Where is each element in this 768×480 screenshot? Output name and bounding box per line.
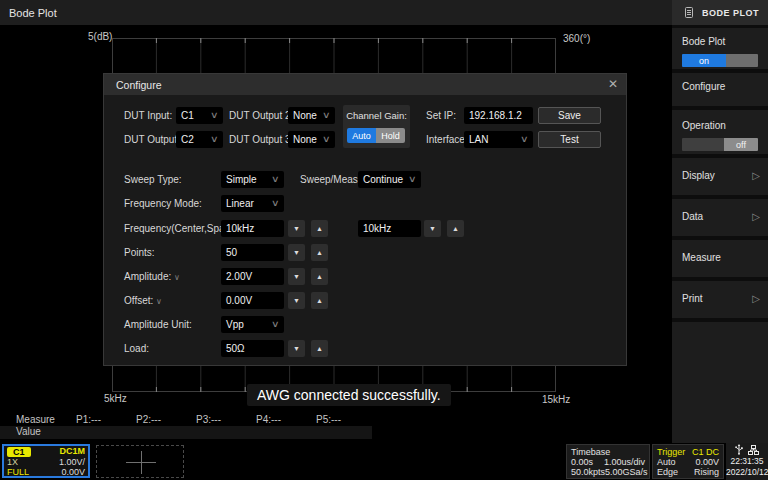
interface-dropdown[interactable]: LAN ∨ xyxy=(464,131,533,148)
channel-1-status-box[interactable]: C1DC1M 1X1.00V/ FULL0.00V xyxy=(2,444,90,478)
timebase-status-box[interactable]: Timebase 0.00s1.00us/div 50.0kpts5.00GSa… xyxy=(566,444,650,479)
measure-p4[interactable]: P4:--- xyxy=(256,414,281,425)
value-row-label: Value xyxy=(16,426,41,437)
frequency-mode-label: Frequency Mode: xyxy=(124,195,202,212)
sweep-type-dropdown[interactable]: Simple ∨ xyxy=(221,171,284,188)
toast-message: AWG connected successfully. xyxy=(247,384,451,406)
measure-item-label: Measure xyxy=(682,252,768,263)
offset-label-text: Offset: xyxy=(124,295,153,306)
trigger-slope: Rising xyxy=(694,467,719,477)
save-button[interactable]: Save xyxy=(538,107,601,124)
frequency-span-decrement-button[interactable]: ▼ xyxy=(424,220,441,237)
dut-output2-value: None xyxy=(293,110,317,121)
toggle-on-segment xyxy=(682,138,724,151)
menu-clipboard-icon xyxy=(684,6,694,19)
measure-p5[interactable]: P5:--- xyxy=(316,414,341,425)
add-channel-placeholder[interactable] xyxy=(96,445,184,478)
dialog-title: Configure xyxy=(116,79,162,91)
load-input[interactable]: 50Ω xyxy=(221,340,284,357)
offset-increment-button[interactable]: ▲ xyxy=(311,292,328,309)
arrow-down-icon: ▼ xyxy=(293,225,300,232)
load-decrement-button[interactable]: ▼ xyxy=(288,340,305,357)
chevron-down-icon: ∨ xyxy=(322,135,331,144)
arrow-down-icon: ▼ xyxy=(293,345,300,352)
timebase-label: Timebase xyxy=(571,447,610,457)
amplitude-decrement-button[interactable]: ▼ xyxy=(288,268,305,285)
y-axis-phase-label: 360(°) xyxy=(563,33,590,44)
frequency-mode-dropdown[interactable]: Linear ∨ xyxy=(221,195,284,212)
measure-row-label: Measure xyxy=(16,414,55,425)
offset-input[interactable]: 0.00V xyxy=(221,292,284,309)
amplitude-increment-button[interactable]: ▲ xyxy=(311,268,328,285)
bode-plot-toggle-label: Bode Plot xyxy=(682,36,768,47)
frequency-center-increment-button[interactable]: ▲ xyxy=(311,220,328,237)
dut-output1-value: C2 xyxy=(181,134,194,145)
points-decrement-button[interactable]: ▼ xyxy=(288,244,305,261)
amplitude-unit-value: Vpp xyxy=(226,319,244,330)
measure-p2[interactable]: P2:--- xyxy=(136,414,161,425)
value-row-background xyxy=(0,426,372,439)
offset-label[interactable]: Offset: ∨ xyxy=(124,292,162,309)
dialog-title-bar[interactable]: Configure ✕ xyxy=(104,74,626,95)
arrow-up-icon: ▲ xyxy=(316,249,323,256)
submenu-arrow-icon: ▷ xyxy=(752,293,760,304)
sidebar-item-measure[interactable]: Measure xyxy=(672,240,768,281)
usb-icon xyxy=(735,444,743,455)
toggle-off-segment xyxy=(726,54,758,67)
gain-auto-button[interactable]: Auto xyxy=(347,128,376,143)
sidebar-item-print[interactable]: Print ▷ xyxy=(672,281,768,322)
dut-output2-dropdown[interactable]: None ∨ xyxy=(288,107,335,124)
close-icon[interactable]: ✕ xyxy=(608,77,618,91)
timebase-delay: 0.00s xyxy=(571,457,593,467)
amplitude-label[interactable]: Amplitude: ∨ xyxy=(124,268,180,285)
dut-output3-dropdown[interactable]: None ∨ xyxy=(288,131,335,148)
operation-toggle-label: Operation xyxy=(682,120,768,131)
x-axis-end-label: 15kHz xyxy=(542,394,570,405)
channel-offset: 0.00V xyxy=(61,468,85,478)
dut-output3-label: DUT Output 3: xyxy=(229,131,293,148)
operation-off-toggle[interactable]: off xyxy=(682,138,758,151)
channel-gain-panel: Channel Gain: Auto Hold xyxy=(343,105,410,148)
sweep-meas-label: Sweep/Meas: xyxy=(300,171,361,188)
dut-input-value: C1 xyxy=(181,110,194,121)
dut-output2-label: DUT Output 2: xyxy=(229,107,293,124)
set-ip-input[interactable]: 192.168.1.2 xyxy=(464,107,533,124)
channel-coupling: DC1M xyxy=(59,447,85,457)
measure-p3[interactable]: P3:--- xyxy=(196,414,221,425)
arrow-up-icon: ▲ xyxy=(316,273,323,280)
sidebar-item-display[interactable]: Display ▷ xyxy=(672,158,768,199)
trigger-status-box[interactable]: TriggerC1 DC Auto0.00V EdgeRising xyxy=(652,444,724,479)
load-increment-button[interactable]: ▲ xyxy=(311,340,328,357)
frequency-center-decrement-button[interactable]: ▼ xyxy=(288,220,305,237)
points-increment-button[interactable]: ▲ xyxy=(311,244,328,261)
lan-network-icon xyxy=(748,445,759,455)
frequency-span-input[interactable]: 10kHz xyxy=(358,220,421,237)
bode-plot-on-toggle[interactable]: on xyxy=(682,54,758,67)
measure-p1[interactable]: P1:--- xyxy=(76,414,101,425)
gain-hold-button[interactable]: Hold xyxy=(376,128,405,143)
frequency-center-input[interactable]: 10kHz xyxy=(221,220,284,237)
offset-decrement-button[interactable]: ▼ xyxy=(288,292,305,309)
dut-input-dropdown[interactable]: C1 ∨ xyxy=(176,107,223,124)
dut-output1-dropdown[interactable]: C2 ∨ xyxy=(176,131,223,148)
oscilloscope-screen: Bode Plot 5(dB) 360(° xyxy=(0,0,768,480)
load-label: Load: xyxy=(124,340,149,357)
amplitude-unit-label: Amplitude Unit: xyxy=(124,316,192,333)
sidebar-item-data[interactable]: Data ▷ xyxy=(672,199,768,240)
trigger-type: Edge xyxy=(657,467,678,477)
x-axis-start-label: 5kHz xyxy=(104,393,127,404)
channel-name-badge: C1 xyxy=(7,447,31,457)
trigger-mode: Auto xyxy=(657,457,676,467)
amplitude-input[interactable]: 2.00V xyxy=(221,268,284,285)
amplitude-unit-dropdown[interactable]: Vpp ∨ xyxy=(221,316,284,333)
arrow-down-icon: ▼ xyxy=(429,225,436,232)
frequency-span-increment-button[interactable]: ▲ xyxy=(447,220,464,237)
points-input[interactable]: 50 xyxy=(221,244,284,261)
clock-status-box: 22:31:35 2022/10/12 xyxy=(726,443,768,480)
sidebar-item-configure[interactable]: Configure xyxy=(672,73,768,110)
page-title: Bode Plot xyxy=(9,7,57,19)
interface-label: Interface: xyxy=(426,131,468,148)
sweep-meas-dropdown[interactable]: Continue ∨ xyxy=(358,171,421,188)
test-button[interactable]: Test xyxy=(538,131,601,148)
arrow-up-icon: ▲ xyxy=(316,297,323,304)
